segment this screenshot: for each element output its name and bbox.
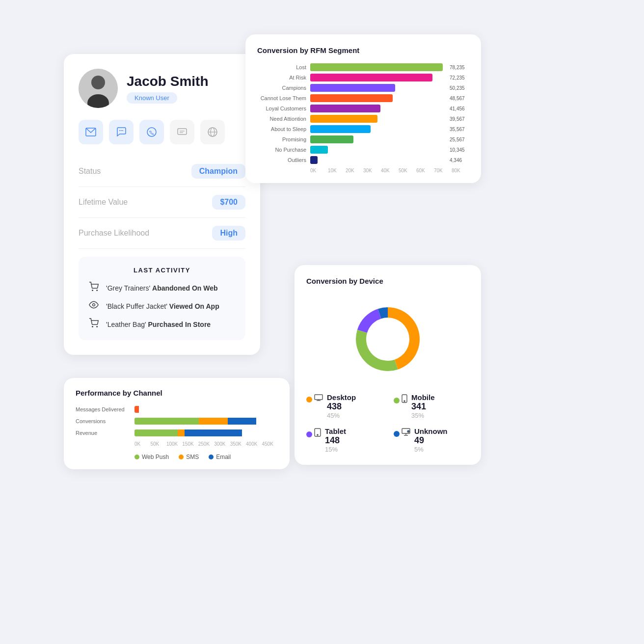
rfm-x-tick: 80K	[452, 168, 469, 173]
device-title: Conversion by Device	[306, 277, 469, 285]
svg-point-29	[407, 430, 409, 432]
rfm-x-tick: 20K	[346, 168, 363, 173]
lifetime-label: Lifetime Value	[79, 198, 128, 207]
perf-x-tick: 400K	[246, 441, 262, 447]
rfm-row: Need Attiontion39,567	[257, 115, 469, 123]
svg-point-25	[317, 434, 318, 435]
rfm-bar	[310, 146, 328, 154]
legend-device-icon	[314, 428, 321, 439]
perf-segment	[134, 406, 139, 413]
rfm-segment-label: Loyal Customers	[257, 106, 306, 111]
perf-legend-item: Email	[209, 454, 231, 460]
legend-dot	[394, 431, 400, 437]
rfm-value: 35,567	[450, 127, 469, 132]
legend-item: Unknown 49 5%	[394, 427, 469, 453]
rfm-bar-container	[310, 156, 446, 164]
perf-row: Messages Delivered	[76, 406, 278, 413]
rfm-x-tick: 10K	[328, 168, 346, 173]
rfm-row: About to Sleep35,567	[257, 125, 469, 133]
perf-legend-item: SMS	[179, 454, 199, 460]
likelihood-label: Purchase Likelihood	[79, 229, 149, 238]
device-card: Conversion by Device Desktop 438 45% Mob…	[295, 265, 481, 465]
rfm-row: Promising25,567	[257, 135, 469, 143]
rfm-card: Conversion by RFM Segment Lost78,235At R…	[245, 34, 481, 183]
perf-legend-dot	[134, 455, 139, 459]
activity-icon	[88, 282, 99, 294]
donut-segment	[357, 309, 381, 333]
perf-title: Performance by Channel	[76, 389, 278, 397]
legend-count: 148	[325, 435, 346, 446]
donut-chart-container	[306, 295, 469, 383]
svg-point-5	[121, 130, 122, 131]
rfm-bar	[310, 94, 393, 102]
perf-x-tick: 300K	[214, 441, 230, 447]
likelihood-row: Purchase Likelihood High	[79, 218, 245, 249]
rfm-segment-label: Cannot Lose Them	[257, 95, 306, 101]
activity-icon	[88, 318, 99, 330]
web-channel-btn[interactable]	[200, 120, 225, 144]
likelihood-value: High	[212, 226, 245, 241]
rfm-row: Loyal Customers41,456	[257, 105, 469, 112]
rfm-x-tick: 70K	[434, 168, 452, 173]
legend-dot	[394, 398, 400, 403]
rfm-row: Campions50,235	[257, 84, 469, 92]
rfm-x-tick: 30K	[363, 168, 381, 173]
legend-text: Mobile 341 35%	[411, 393, 435, 419]
legend-count: 341	[411, 402, 435, 412]
rfm-title: Conversion by RFM Segment	[257, 46, 469, 54]
activity-text: 'Black Puffer Jacket' Viewed On App	[106, 302, 219, 310]
legend-text: Desktop 438 45%	[327, 393, 356, 419]
rfm-bar-container	[310, 94, 446, 102]
svg-point-1	[91, 76, 105, 89]
perf-segment	[134, 418, 199, 425]
svg-point-4	[119, 130, 120, 131]
rfm-row: Lost78,235	[257, 63, 469, 71]
perf-x-tick: 450K	[262, 441, 278, 447]
rfm-bar	[310, 135, 353, 143]
rfm-bar-container	[310, 125, 446, 133]
perf-rows: Messages DeliveredConversionsRevenue	[76, 406, 278, 436]
rfm-row: Outliers4,346	[257, 156, 469, 164]
lifetime-value: $700	[212, 195, 245, 210]
rfm-value: 25,567	[450, 137, 469, 142]
lifetime-row: Lifetime Value $700	[79, 187, 245, 218]
sms-channel-btn[interactable]	[170, 120, 194, 144]
perf-row-label: Conversions	[76, 418, 130, 424]
legend-name: Mobile	[411, 393, 435, 402]
activity-item: 'Grey Trainers' Abandoned On Web	[88, 282, 236, 294]
perf-bar-track	[134, 418, 278, 425]
activity-list: 'Grey Trainers' Abandoned On Web'Black P…	[88, 282, 236, 330]
whatsapp-channel-btn[interactable]	[139, 120, 164, 144]
last-activity-title: LAST ACTIVITY	[88, 267, 236, 274]
rfm-value: 41,456	[450, 106, 469, 111]
perf-legend-dot	[209, 455, 214, 459]
svg-point-16	[93, 304, 95, 306]
perf-legend-dot	[179, 455, 184, 459]
rfm-bar-container	[310, 135, 446, 143]
email-channel-btn[interactable]	[79, 120, 103, 144]
activity-icon	[88, 300, 99, 312]
donut-segment	[356, 330, 398, 371]
chat-channel-btn[interactable]	[109, 120, 134, 144]
rfm-value: 72,235	[450, 75, 469, 80]
donut-segment	[388, 307, 420, 370]
svg-point-17	[92, 326, 93, 327]
rfm-value: 50,235	[450, 85, 469, 91]
svg-point-18	[97, 326, 98, 327]
rfm-segment-label: Lost	[257, 64, 306, 70]
perf-segment	[228, 418, 256, 425]
activity-item: 'Black Puffer Jacket' Viewed On App	[88, 300, 236, 312]
legend-count: 438	[327, 402, 356, 412]
legend-text: Tablet 148 15%	[325, 427, 346, 453]
rfm-value: 10,345	[450, 147, 469, 153]
rfm-bar-container	[310, 63, 446, 71]
perf-row: Revenue	[76, 429, 278, 436]
svg-point-6	[122, 130, 123, 131]
svg-point-15	[97, 290, 98, 291]
rfm-row: No Purchase10,345	[257, 146, 469, 154]
rfm-x-tick: 60K	[416, 168, 434, 173]
legend-item: Desktop 438 45%	[306, 393, 382, 419]
perf-segment	[178, 429, 185, 436]
legend-text: Unknown 49 5%	[414, 427, 448, 453]
perf-x-tick: 100K	[166, 441, 182, 447]
